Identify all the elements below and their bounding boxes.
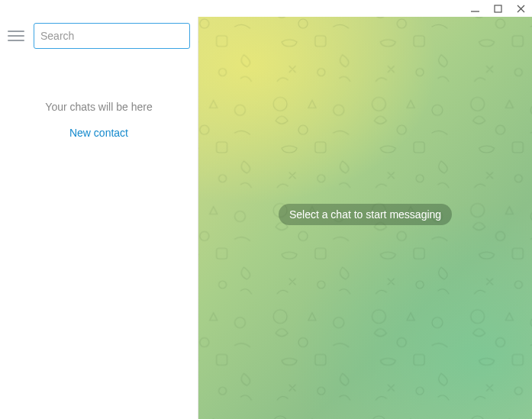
maximize-button[interactable] xyxy=(492,3,503,14)
window-titlebar xyxy=(0,0,532,17)
search-box[interactable] xyxy=(34,23,190,49)
sidebar: Your chats will be here New contact xyxy=(0,17,198,419)
sidebar-header xyxy=(0,17,198,55)
sidebar-empty-state: Your chats will be here New contact xyxy=(0,101,198,139)
maximize-icon xyxy=(494,5,502,13)
hamburger-icon xyxy=(8,31,24,32)
minimize-icon xyxy=(471,5,479,13)
menu-button[interactable] xyxy=(8,27,24,44)
close-icon xyxy=(517,5,525,13)
search-input[interactable] xyxy=(40,30,183,42)
chat-area: Select a chat to start messaging xyxy=(198,17,532,419)
chat-placeholder-pill: Select a chat to start messaging xyxy=(279,204,452,225)
close-button[interactable] xyxy=(515,3,526,14)
new-contact-link[interactable]: New contact xyxy=(15,127,182,139)
minimize-button[interactable] xyxy=(469,3,480,14)
main-layout: Your chats will be here New contact xyxy=(0,17,532,419)
svg-rect-1 xyxy=(495,5,501,12)
empty-chats-text: Your chats will be here xyxy=(15,101,182,113)
